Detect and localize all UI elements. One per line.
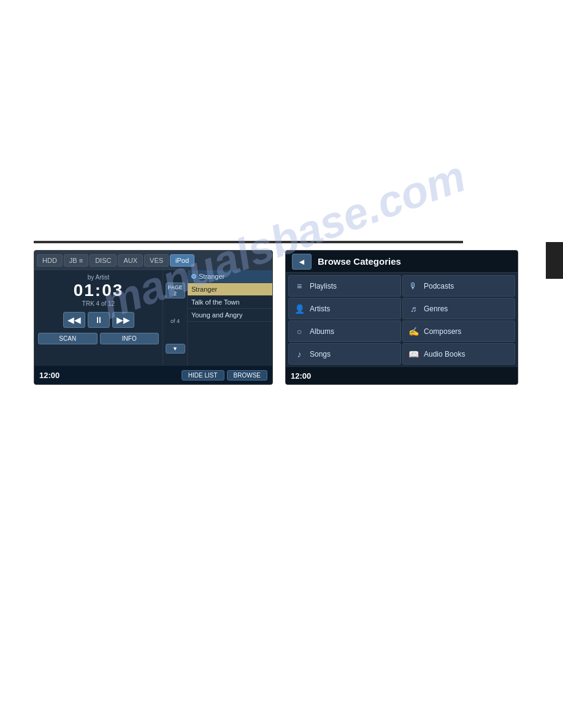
tab-aux[interactable]: AUX [118, 254, 143, 267]
track-name-4: Young and Angry [191, 311, 242, 319]
tab-disc[interactable]: DISC [90, 254, 117, 267]
track-list: Stranger Stranger Talk of the Town Young… [188, 270, 272, 366]
separator-line [34, 241, 463, 243]
left-panel: HDD JB ≡ DISC AUX VES iPod by Artist 01:… [34, 250, 273, 385]
player-main: by Artist 01:03 TRK 4 of 12 ◀◀ ⏸ ▶▶ SCAN… [34, 270, 272, 366]
hide-list-button[interactable]: HIDE LIST [182, 370, 224, 381]
track-item-2[interactable]: Stranger [188, 283, 272, 296]
browse-status-time: 12:00 [291, 371, 311, 381]
browse-title: Browse Categories [318, 256, 401, 267]
bottom-btns: SCAN INFO [38, 333, 159, 344]
category-audiobooks[interactable]: 📖 Audio Books [402, 343, 515, 365]
category-composers[interactable]: ✍ Composers [402, 320, 515, 342]
track-name-1: Stranger [199, 273, 224, 280]
fast-forward-button[interactable]: ▶▶ [112, 312, 134, 328]
composers-icon: ✍ [408, 327, 419, 336]
status-btns: HIDE LIST BROWSE [182, 370, 267, 381]
playlists-label: Playlists [310, 282, 337, 290]
transport-controls: ◀◀ ⏸ ▶▶ [38, 312, 159, 328]
artists-icon: 👤 [294, 304, 305, 314]
category-songs[interactable]: ♪ Songs [288, 343, 401, 365]
pause-button[interactable]: ⏸ [88, 312, 110, 328]
page-controls: PAGE 2 of 4 ▼ [163, 270, 188, 366]
right-bar [546, 242, 563, 279]
browse-status-bar: 12:00 [286, 367, 518, 384]
back-button[interactable]: ◄ [292, 254, 312, 270]
tab-ves[interactable]: VES [144, 254, 169, 267]
genres-icon: ♬ [408, 304, 419, 314]
track-name-3: Talk of the Town [191, 298, 240, 306]
by-artist-label: by Artist [38, 274, 159, 281]
songs-icon: ♪ [294, 349, 305, 359]
genres-label: Genres [424, 305, 448, 313]
category-grid: ≡ Playlists 🎙 Podcasts 👤 Artists ♬ Genre… [286, 273, 518, 367]
page-up-button[interactable]: PAGE 2 [166, 282, 185, 298]
track-item-4[interactable]: Young and Angry [188, 309, 272, 322]
podcasts-label: Podcasts [424, 282, 454, 290]
track-info: TRK 4 of 12 [38, 300, 159, 307]
artists-label: Artists [310, 305, 330, 313]
right-panel: ◄ Browse Categories ≡ Playlists 🎙 Podcas… [285, 250, 518, 385]
time-display: 01:03 [38, 281, 159, 300]
track-name-2: Stranger [191, 286, 217, 293]
tab-jb[interactable]: JB ≡ [64, 254, 88, 267]
info-button[interactable]: INFO [100, 333, 159, 344]
scan-button[interactable]: SCAN [38, 333, 98, 344]
back-arrow-icon: ◄ [297, 257, 306, 267]
browse-button[interactable]: BROWSE [227, 370, 267, 381]
status-bar-left: 12:00 HIDE LIST BROWSE [34, 366, 272, 384]
podcasts-icon: 🎙 [408, 281, 419, 291]
category-artists[interactable]: 👤 Artists [288, 298, 401, 319]
track-dot-1 [191, 274, 196, 279]
albums-icon: ○ [294, 327, 305, 336]
left-status-time: 12:00 [39, 371, 59, 380]
browse-header: ◄ Browse Categories [286, 251, 518, 273]
tab-bar: HDD JB ≡ DISC AUX VES iPod [34, 251, 272, 270]
track-item-3[interactable]: Talk of the Town [188, 296, 272, 309]
category-genres[interactable]: ♬ Genres [402, 298, 515, 319]
category-podcasts[interactable]: 🎙 Podcasts [402, 275, 515, 297]
page-of-label: of 4 [170, 318, 180, 324]
audiobooks-icon: 📖 [408, 349, 419, 359]
tab-ipod[interactable]: iPod [170, 254, 194, 267]
songs-label: Songs [310, 350, 331, 358]
track-item-1[interactable]: Stranger [188, 270, 272, 283]
composers-label: Composers [424, 327, 461, 336]
albums-label: Albums [310, 327, 334, 336]
rewind-button[interactable]: ◀◀ [63, 312, 85, 328]
audiobooks-label: Audio Books [424, 350, 465, 358]
player-left: by Artist 01:03 TRK 4 of 12 ◀◀ ⏸ ▶▶ SCAN… [34, 270, 163, 366]
page-label: PAGE [167, 284, 182, 290]
tab-hdd[interactable]: HDD [37, 254, 63, 267]
category-playlists[interactable]: ≡ Playlists [288, 275, 401, 297]
page-down-icon: ▼ [172, 346, 178, 352]
page-number: 2 [174, 290, 177, 297]
playlists-icon: ≡ [294, 281, 305, 291]
category-albums[interactable]: ○ Albums [288, 320, 401, 342]
page-down-button[interactable]: ▼ [166, 344, 185, 354]
